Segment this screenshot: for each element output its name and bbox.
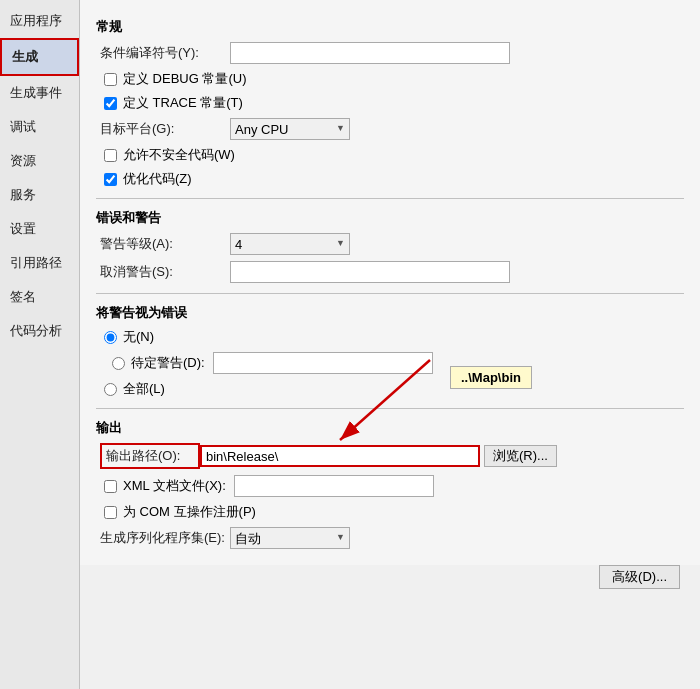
xml-docs-row: XML 文档文件(X):	[96, 475, 684, 497]
specific-radio[interactable]	[112, 357, 125, 370]
warning-level-dropdown-wrap: 4	[230, 233, 350, 255]
xml-docs-label: XML 文档文件(X):	[123, 477, 226, 495]
define-trace-label: 定义 TRACE 常量(T)	[123, 94, 243, 112]
none-radio[interactable]	[104, 331, 117, 344]
target-platform-dropdown[interactable]: Any CPU	[230, 118, 350, 140]
tooltip-box: ..\Map\bin	[450, 366, 532, 389]
serialize-dropdown-wrap: 自动	[230, 527, 350, 549]
output-path-label: 输出路径(O):	[100, 443, 200, 469]
browse-button[interactable]: 浏览(R)...	[484, 445, 557, 467]
warning-level-label: 警告等级(A):	[100, 235, 230, 253]
condition-compiler-row: 条件编译符号(Y):	[96, 42, 684, 64]
serialize-label: 生成序列化程序集(E):	[100, 529, 230, 547]
none-radio-label: 无(N)	[123, 328, 154, 346]
target-platform-label: 目标平台(G):	[100, 120, 230, 138]
suppress-warnings-label: 取消警告(S):	[100, 263, 230, 281]
suppress-warnings-row: 取消警告(S):	[96, 261, 684, 283]
com-interop-row: 为 COM 互操作注册(P)	[96, 503, 684, 521]
optimize-label: 优化代码(Z)	[123, 170, 192, 188]
sidebar-item-build[interactable]: 生成	[0, 38, 79, 76]
allow-unsafe-label: 允许不安全代码(W)	[123, 146, 235, 164]
sidebar-item-app[interactable]: 应用程序	[0, 4, 79, 38]
treat-error-section-title: 将警告视为错误	[96, 304, 684, 322]
specific-radio-row: 待定警告(D):	[104, 354, 205, 372]
target-platform-dropdown-wrap: Any CPU	[230, 118, 350, 140]
all-radio-row: 全部(L)	[96, 380, 684, 398]
sidebar-item-refpath[interactable]: 引用路径	[0, 246, 79, 280]
output-path-input[interactable]	[200, 445, 480, 467]
condition-compiler-label: 条件编译符号(Y):	[100, 44, 230, 62]
warning-level-row: 警告等级(A): 4	[96, 233, 684, 255]
suppress-warnings-input[interactable]	[230, 261, 510, 283]
general-section-title: 常规	[96, 18, 684, 36]
errors-section-title: 错误和警告	[96, 209, 684, 227]
specific-radio-label: 待定警告(D):	[131, 354, 205, 372]
condition-compiler-input[interactable]	[230, 42, 510, 64]
allow-unsafe-checkbox[interactable]	[104, 149, 117, 162]
divider-2	[96, 293, 684, 294]
divider-3	[96, 408, 684, 409]
serialize-row: 生成序列化程序集(E): 自动	[96, 527, 684, 549]
xml-docs-checkbox[interactable]	[104, 480, 117, 493]
all-radio[interactable]	[104, 383, 117, 396]
define-trace-row: 定义 TRACE 常量(T)	[96, 94, 684, 112]
optimize-checkbox[interactable]	[104, 173, 117, 186]
output-path-row: 输出路径(O): 浏览(R)...	[96, 443, 684, 469]
none-radio-row: 无(N)	[96, 328, 684, 346]
output-section-title: 输出	[96, 419, 684, 437]
allow-unsafe-row: 允许不安全代码(W)	[96, 146, 684, 164]
sidebar-item-signing[interactable]: 签名	[0, 280, 79, 314]
define-debug-checkbox[interactable]	[104, 73, 117, 86]
xml-docs-input[interactable]	[234, 475, 434, 497]
sidebar-item-debug[interactable]: 调试	[0, 110, 79, 144]
sidebar-item-resources[interactable]: 资源	[0, 144, 79, 178]
sidebar-item-settings[interactable]: 设置	[0, 212, 79, 246]
sidebar-item-services[interactable]: 服务	[0, 178, 79, 212]
all-radio-label: 全部(L)	[123, 380, 165, 398]
target-platform-row: 目标平台(G): Any CPU	[96, 118, 684, 140]
advanced-button[interactable]: 高级(D)...	[599, 565, 680, 589]
com-interop-label: 为 COM 互操作注册(P)	[123, 503, 256, 521]
divider-1	[96, 198, 684, 199]
define-trace-checkbox[interactable]	[104, 97, 117, 110]
serialize-dropdown[interactable]: 自动	[230, 527, 350, 549]
warning-level-dropdown[interactable]: 4	[230, 233, 350, 255]
sidebar: 应用程序 生成 生成事件 调试 资源 服务 设置 引用路径 签名 代码分析	[0, 0, 80, 689]
specific-radio-input[interactable]	[213, 352, 433, 374]
define-debug-label: 定义 DEBUG 常量(U)	[123, 70, 247, 88]
com-interop-checkbox[interactable]	[104, 506, 117, 519]
optimize-row: 优化代码(Z)	[96, 170, 684, 188]
sidebar-item-events[interactable]: 生成事件	[0, 76, 79, 110]
main-content: 常规 条件编译符号(Y): 定义 DEBUG 常量(U) 定义 TRACE 常量…	[80, 0, 700, 565]
define-debug-row: 定义 DEBUG 常量(U)	[96, 70, 684, 88]
sidebar-item-codeanalysis[interactable]: 代码分析	[0, 314, 79, 348]
